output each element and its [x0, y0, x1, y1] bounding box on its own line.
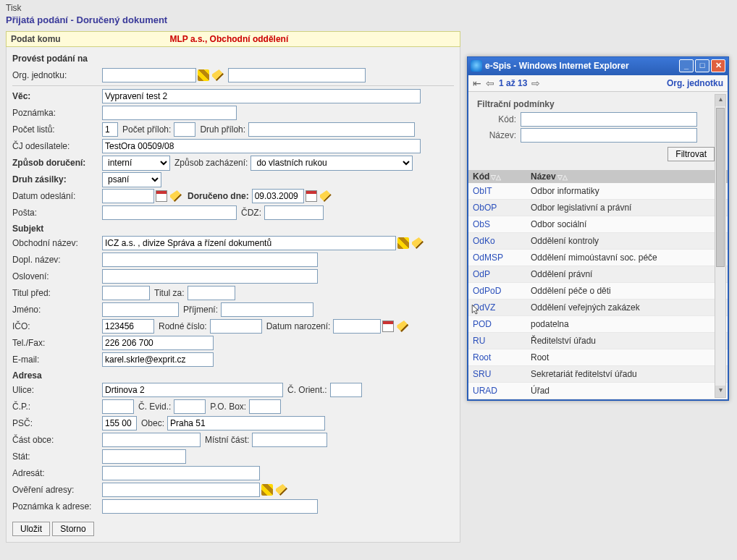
grid-cell-kod[interactable]: URAD [473, 386, 531, 396]
scroll-up-icon[interactable]: ▴ [715, 95, 725, 106]
scroll-down-icon[interactable]: ▾ [715, 386, 725, 397]
cj-input[interactable] [102, 139, 421, 153]
grid-row[interactable]: ObITOdbor informatiky [468, 183, 728, 200]
poznamka-input[interactable] [102, 106, 237, 120]
grid-row[interactable]: ObOPOdbor legislativní a právní [468, 200, 728, 216]
grid-cell-kod[interactable]: POD [473, 319, 531, 329]
tel-input[interactable] [102, 336, 214, 350]
grid-cell-kod[interactable]: OdMSP [473, 253, 531, 263]
sort-icon[interactable]: ▽△ [557, 174, 568, 181]
grid-row[interactable]: OdKoOddělení kontroly [468, 233, 728, 250]
jmeno-input[interactable] [102, 302, 179, 317]
grid-row[interactable]: PODpodatelna [468, 316, 728, 333]
grid-cell-kod[interactable]: ObOP [473, 203, 531, 213]
tree-icon[interactable] [397, 237, 409, 249]
grid-cell-kod[interactable]: OdVZ [473, 302, 531, 313]
grid-cell-kod[interactable]: SRU [473, 369, 531, 379]
c-evid-input[interactable] [174, 399, 206, 414]
titul-za-input[interactable] [188, 286, 235, 300]
stat-input[interactable] [102, 449, 186, 464]
titul-pred-input[interactable] [102, 286, 150, 300]
datum-odeslani-input[interactable] [102, 189, 154, 203]
obch-nazev-input[interactable] [102, 236, 396, 250]
grid-cell-kod[interactable]: OdPoD [473, 286, 531, 296]
save-button[interactable]: Uložit [12, 522, 50, 536]
druh-priloh-input[interactable] [248, 122, 415, 137]
pocet-listu-input[interactable] [102, 122, 118, 137]
doruceno-dne-input[interactable] [252, 189, 304, 203]
overeni-input[interactable] [102, 483, 260, 497]
druh-zasilky-select[interactable]: psaní [102, 172, 161, 187]
org-jednotku-input[interactable] [102, 68, 196, 82]
grid-row[interactable]: ObSOdbor sociální [468, 216, 728, 233]
posta-input[interactable] [102, 205, 237, 220]
filter-button[interactable]: Filtrovat [667, 147, 715, 161]
calendar-icon[interactable] [156, 190, 167, 202]
cancel-button[interactable]: Storno [52, 522, 93, 536]
osloveni-input[interactable] [102, 269, 318, 284]
nav-next-icon[interactable]: ⇨ [531, 77, 540, 89]
ulice-input[interactable] [102, 383, 283, 397]
calendar-icon[interactable] [382, 321, 394, 332]
calendar-icon[interactable] [306, 190, 317, 202]
grid-cell-kod[interactable]: ObIT [473, 186, 531, 196]
vec-input[interactable] [102, 89, 421, 103]
grid-cell-kod[interactable]: ObS [473, 219, 531, 229]
grid-cell-kod[interactable]: Root [473, 352, 531, 362]
pozn-adresa-input[interactable] [102, 499, 318, 514]
tree-icon[interactable] [261, 484, 273, 496]
obec-input[interactable] [167, 416, 325, 430]
scroll-thumb[interactable] [716, 108, 725, 267]
prijmeni-input[interactable] [221, 302, 313, 317]
grid-row[interactable]: OdPOddělení právní [468, 266, 728, 283]
psc-input[interactable] [102, 416, 137, 430]
grid-row[interactable]: URADÚřad [468, 383, 728, 399]
dopl-nazev-input[interactable] [102, 253, 318, 267]
maximize-button[interactable]: □ [695, 59, 709, 72]
email-input[interactable] [102, 352, 214, 367]
edit-icon[interactable] [276, 484, 287, 496]
edit-icon[interactable] [320, 190, 332, 202]
scrollbar[interactable]: ▴ ▾ [715, 94, 726, 398]
zpusob-zachazeni-select[interactable]: do vlastních rukou [250, 156, 413, 171]
c-orient-input[interactable] [330, 383, 362, 397]
edit-icon[interactable] [397, 321, 408, 332]
po-box-input[interactable] [249, 399, 281, 414]
grid-row[interactable]: OdVZOddělení veřejných zakázek [468, 300, 728, 316]
cdz-input[interactable] [264, 205, 324, 220]
tree-icon[interactable] [198, 69, 209, 81]
grid-cell-kod[interactable]: OdP [473, 269, 531, 279]
filter-kod-input[interactable] [521, 112, 697, 127]
grid-cell-nazev: Ředitelství úřadu [531, 336, 723, 346]
rodne-cislo-input[interactable] [210, 319, 262, 334]
zpusob-doruceni-select[interactable]: interní [102, 156, 170, 171]
minimize-button[interactable]: _ [679, 59, 694, 72]
grid-row[interactable]: RUŘeditelství úřadu [468, 333, 728, 349]
cp-input[interactable] [102, 399, 134, 414]
edit-icon[interactable] [170, 190, 182, 202]
filter-nazev-label: Název: [477, 130, 521, 140]
adresat-input[interactable] [102, 466, 260, 480]
grid-row[interactable]: SRUSekretariát ředitelství úřadu [468, 366, 728, 383]
grid-hdr-kod[interactable]: Kód [473, 171, 489, 182]
mistni-cast-input[interactable] [252, 433, 327, 447]
org-jednotku-input-2[interactable] [228, 68, 366, 82]
nav-first-icon[interactable]: ⇤ [473, 77, 481, 89]
edit-icon[interactable] [212, 69, 224, 81]
grid-cell-kod[interactable]: OdKo [473, 236, 531, 246]
popup-titlebar[interactable]: e-Spis - Windows Internet Explorer _ □ ✕ [467, 56, 729, 75]
grid-row[interactable]: OdPoDOddělení péče o děti [468, 283, 728, 300]
pocet-priloh-input[interactable] [174, 122, 195, 137]
close-button[interactable]: ✕ [711, 59, 725, 72]
grid-row[interactable]: RootRoot [468, 349, 728, 366]
grid-hdr-nazev[interactable]: Název [531, 171, 556, 182]
datum-narozeni-input[interactable] [333, 319, 381, 334]
filter-nazev-input[interactable] [521, 128, 697, 143]
sort-icon[interactable]: ▽△ [491, 174, 501, 181]
ico-input[interactable] [102, 319, 154, 334]
nav-prev-icon[interactable]: ⇦ [486, 77, 494, 89]
grid-cell-kod[interactable]: RU [473, 336, 531, 346]
cast-obce-input[interactable] [102, 433, 201, 447]
grid-row[interactable]: OdMSPOddělení mimoústavní soc. péče [468, 250, 728, 266]
edit-icon[interactable] [412, 237, 424, 249]
